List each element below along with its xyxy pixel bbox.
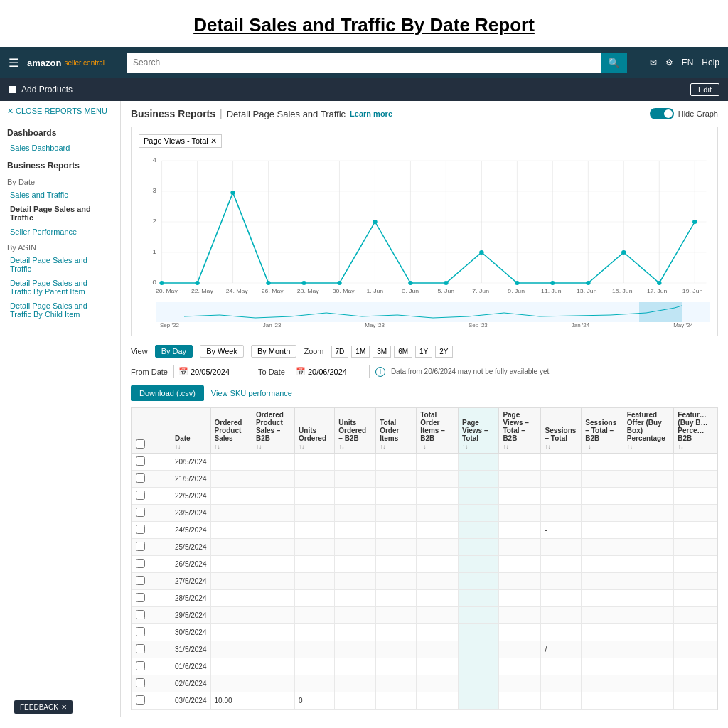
by-month-button[interactable]: By Month — [251, 345, 296, 358]
row-checkbox[interactable] — [136, 473, 145, 483]
table-cell-featuredOfferB2B — [674, 488, 717, 505]
add-products-link[interactable]: Add Products — [21, 85, 73, 95]
hide-graph-toggle[interactable]: Hide Graph — [650, 108, 718, 119]
row-checkbox[interactable] — [136, 542, 145, 551]
row-checkbox[interactable] — [136, 644, 145, 653]
sort-icon-toi[interactable]: ↑↓ — [380, 444, 412, 450]
sort-icon-uo-b2b[interactable]: ↑↓ — [338, 444, 372, 450]
close-reports-menu[interactable]: ✕ CLOSE REPORTS MENU — [0, 101, 120, 122]
toggle-switch[interactable] — [650, 108, 674, 119]
table-cell-checkbox[interactable] — [132, 641, 171, 658]
table-cell-sessionsTotal: / — [541, 641, 582, 658]
row-checkbox[interactable] — [136, 508, 145, 517]
zoom-6m[interactable]: 6M — [394, 346, 412, 358]
row-checkbox[interactable] — [136, 491, 145, 500]
table-cell-checkbox[interactable] — [132, 488, 171, 505]
sub-header: Add Products Edit — [0, 78, 728, 101]
sort-icon-ops[interactable]: ↑↓ — [215, 444, 248, 450]
svg-text:9. Jun: 9. Jun — [508, 287, 525, 294]
table-cell-checkbox[interactable] — [132, 590, 171, 607]
from-date-input[interactable] — [191, 368, 247, 376]
sort-icon-pvt-b2b[interactable]: ↑↓ — [503, 444, 537, 450]
gear-icon[interactable]: ⚙ — [665, 58, 673, 68]
table-cell-checkbox[interactable] — [132, 607, 171, 624]
table-cell-checkbox[interactable] — [132, 471, 171, 488]
by-day-button[interactable]: By Day — [155, 345, 193, 358]
table-cell-checkbox[interactable] — [132, 556, 171, 573]
table-cell-checkbox[interactable] — [132, 573, 171, 590]
table-cell-date: 30/5/2024 — [171, 624, 211, 641]
sort-icon-fobb[interactable]: ↑↓ — [627, 444, 670, 450]
sort-icon-st[interactable]: ↑↓ — [545, 444, 577, 450]
sort-icon-ops-b2b[interactable]: ↑↓ — [256, 444, 291, 450]
table-cell-checkbox[interactable] — [132, 692, 171, 710]
search-button[interactable]: 🔍 — [601, 53, 627, 73]
hamburger-icon[interactable]: ☰ — [9, 56, 18, 70]
edit-button[interactable]: Edit — [690, 83, 719, 96]
table-row: 25/5/2024 — [132, 539, 717, 556]
mail-icon[interactable]: ✉ — [650, 58, 657, 68]
table-cell-checkbox[interactable] — [132, 675, 171, 692]
row-checkbox[interactable] — [136, 559, 145, 568]
table-row: 29/5/2024- — [132, 607, 717, 624]
row-checkbox[interactable] — [136, 610, 145, 619]
table-cell-featuredOfferBuyBox — [623, 505, 673, 522]
table-cell-pageViewsTotalB2B — [499, 658, 541, 675]
table-cell-featuredOfferB2B — [674, 624, 717, 641]
table-cell-checkbox[interactable] — [132, 454, 171, 471]
feedback-button[interactable]: FEEDBACK ✕ — [14, 700, 73, 714]
sort-icon-date[interactable]: ↑↓ — [175, 444, 181, 450]
row-checkbox[interactable] — [136, 695, 145, 705]
sort-icon-toi-b2b[interactable]: ↑↓ — [420, 444, 454, 450]
row-checkbox[interactable] — [136, 456, 145, 466]
table-cell-checkbox[interactable] — [132, 624, 171, 641]
zoom-7d[interactable]: 7D — [331, 346, 349, 358]
table-header-row: Date ↑↓ Ordered Product Sales ↑↓ — [132, 408, 717, 454]
table-cell-checkbox[interactable] — [132, 522, 171, 539]
row-checkbox[interactable] — [136, 627, 145, 636]
info-icon[interactable]: i — [375, 367, 385, 377]
row-checkbox[interactable] — [136, 576, 145, 585]
sort-icon-pvt[interactable]: ↑↓ — [462, 444, 495, 450]
download-csv-button[interactable]: Download (.csv) — [131, 385, 204, 401]
sku-performance-link[interactable]: View SKU performance — [211, 389, 292, 397]
chart-filter-tag[interactable]: Page Views - Total ✕ — [139, 134, 222, 148]
select-all-checkbox[interactable] — [136, 439, 145, 449]
sidebar-item-sales-dashboard[interactable]: Sales Dashboard — [0, 141, 120, 155]
sidebar-item-detail-page-sales-traffic[interactable]: Detail Page Sales and Traffic — [0, 202, 120, 225]
table-cell-sessionsTotalB2B — [582, 505, 623, 522]
table-cell-pageViewsTotalB2B — [499, 675, 541, 692]
sidebar-item-detail-page-asin[interactable]: Detail Page Sales and Traffic — [0, 253, 120, 276]
sidebar-item-detail-page-parent[interactable]: Detail Page Sales and Traffic By Parent … — [0, 276, 120, 299]
table-cell-totalOrderItemsB2B — [417, 590, 459, 607]
sidebar-item-detail-page-child[interactable]: Detail Page Sales and Traffic By Child I… — [0, 299, 120, 321]
zoom-3m[interactable]: 3M — [373, 346, 391, 358]
zoom-1m[interactable]: 1M — [351, 346, 370, 358]
table-cell-pageViewsTotal — [458, 607, 498, 624]
zoom-2y[interactable]: 2Y — [435, 346, 452, 358]
zoom-1y[interactable]: 1Y — [415, 346, 432, 358]
help-link[interactable]: Help — [702, 58, 719, 68]
table-cell-checkbox[interactable] — [132, 539, 171, 556]
learn-more-link[interactable]: Learn more — [350, 109, 392, 118]
sort-icon-fobb-b2b[interactable]: ↑↓ — [678, 444, 713, 450]
lang-selector[interactable]: EN — [682, 58, 694, 68]
table-cell-checkbox[interactable] — [132, 505, 171, 522]
feedback-close-icon[interactable]: ✕ — [61, 703, 67, 711]
row-checkbox[interactable] — [136, 525, 145, 534]
to-date-input-wrap: 📅 — [291, 365, 370, 378]
search-input[interactable] — [127, 53, 601, 73]
sort-icon-uo[interactable]: ↑↓ — [299, 444, 331, 450]
table-cell-checkbox[interactable] — [132, 658, 171, 675]
by-week-button[interactable]: By Week — [200, 345, 244, 358]
sort-icon-st-b2b[interactable]: ↑↓ — [585, 444, 619, 450]
row-checkbox[interactable] — [136, 661, 145, 670]
table-cell-featuredOfferBuyBox — [623, 539, 673, 556]
mini-chart[interactable] — [156, 302, 710, 322]
row-checkbox[interactable] — [136, 593, 145, 602]
row-checkbox[interactable] — [136, 678, 145, 687]
sidebar-item-seller-performance[interactable]: Seller Performance — [0, 225, 120, 239]
to-date-input[interactable] — [308, 368, 365, 376]
sidebar-item-sales-traffic[interactable]: Sales and Traffic — [0, 188, 120, 202]
table-cell-unitsOrderedB2B — [335, 505, 376, 522]
